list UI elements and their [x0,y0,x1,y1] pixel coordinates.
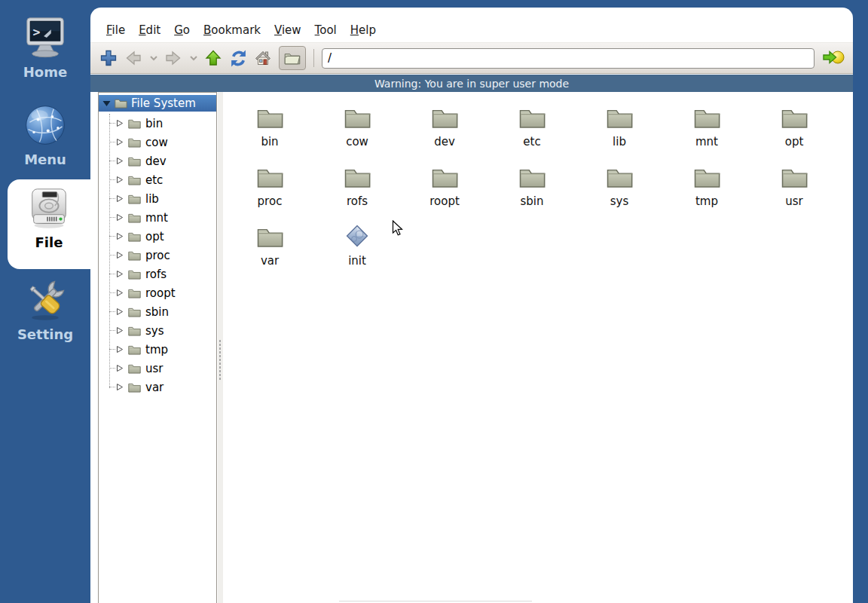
sidebar-item-label: Setting [17,326,73,342]
sidebar-item-setting[interactable]: Setting [0,277,90,342]
warning-text: Warning: You are in super user mode [374,78,569,90]
file-item-label: sys [610,194,629,208]
tree-item[interactable]: sys [99,321,216,340]
file-item[interactable]: cow [313,101,401,161]
expander-collapsed-icon[interactable] [116,364,124,372]
tree-item-file-system[interactable]: File System [99,95,216,112]
file-item[interactable]: bin [226,101,313,161]
expander-collapsed-icon[interactable] [116,176,124,184]
folder-icon [606,106,634,129]
tree-item[interactable]: mnt [99,208,216,227]
file-item[interactable]: usr [750,161,838,220]
expander-collapsed-icon[interactable] [116,194,124,203]
menu-view[interactable]: View [267,20,308,41]
expander-collapsed-icon[interactable] [116,232,124,240]
file-item-label: bin [261,135,278,148]
tree-item-label: opt [145,230,164,243]
file-item[interactable]: tmp [663,161,750,220]
file-item[interactable]: lib [576,101,663,161]
jump-to-button[interactable] [821,47,845,69]
expander-collapsed-icon[interactable] [116,213,124,222]
tree-item[interactable]: usr [99,359,216,378]
folder-icon [128,175,141,185]
refresh-button[interactable] [228,47,249,69]
side-pane-toggle-button[interactable] [279,46,306,70]
go-home-button[interactable] [252,47,274,69]
tree-item[interactable]: etc [99,170,216,189]
file-item[interactable]: var [226,220,313,280]
file-item[interactable]: roopt [401,161,488,220]
terminal-monitor-icon: > [21,15,69,60]
menu-bookmark[interactable]: Bookmark [197,20,267,41]
file-item[interactable]: rofs [313,161,401,220]
expander-expanded-icon[interactable] [102,100,111,107]
tree-item[interactable]: lib [99,189,216,208]
back-history-chevron-icon[interactable] [148,47,159,69]
file-item[interactable]: mnt [663,101,750,161]
tree-item[interactable]: var [99,378,216,396]
tree-item[interactable]: proc [99,246,216,265]
expander-collapsed-icon[interactable] [116,289,124,297]
expander-collapsed-icon[interactable] [116,345,124,354]
directory-tree-pane[interactable]: File System bin cow [98,92,217,603]
file-item[interactable]: opt [750,101,838,161]
expander-collapsed-icon[interactable] [116,326,124,335]
tree-item-label: lib [145,192,159,206]
tree-item-label: sys [145,324,164,338]
back-button[interactable] [123,47,144,69]
folder-icon [344,166,371,188]
expander-collapsed-icon[interactable] [116,138,124,146]
tree-item[interactable]: opt [99,227,216,246]
menu-file[interactable]: File [99,20,132,41]
file-item[interactable]: dev [401,101,488,161]
tree-item[interactable]: dev [99,152,216,170]
file-item-label: mnt [695,135,718,148]
folder-icon [128,269,141,280]
menu-tool[interactable]: Tool [308,20,344,41]
expander-collapsed-icon[interactable] [116,383,124,391]
bottom-edge-artifact [339,601,532,601]
file-item[interactable]: sbin [488,161,576,220]
file-item[interactable]: proc [226,161,313,220]
expander-collapsed-icon[interactable] [116,119,124,127]
expander-collapsed-icon[interactable] [116,251,124,259]
tree-item[interactable]: tmp [99,340,216,359]
file-item-label: rofs [347,194,368,208]
sidebar-item-menu[interactable]: Menu [0,103,90,167]
sidebar-item-label: File [35,234,63,250]
expander-collapsed-icon[interactable] [116,270,124,278]
splitter-grip-icon[interactable] [219,339,222,381]
new-tab-button[interactable] [98,47,119,69]
tree-item[interactable]: rofs [99,265,216,283]
menu-edit[interactable]: Edit [132,20,167,41]
tree-item[interactable]: bin [99,114,216,133]
file-item-label: init [348,254,366,268]
file-item[interactable]: sys [576,161,663,220]
forward-history-chevron-icon[interactable] [188,47,199,69]
folder-icon [128,382,141,393]
folder-icon [128,137,141,148]
tools-icon [21,277,69,323]
tree-item[interactable]: roopt [99,283,216,302]
sidebar-item-home[interactable]: > Home [0,15,90,80]
sidebar-item-label: Menu [24,152,66,167]
file-item[interactable]: init [313,220,401,280]
forward-button[interactable] [163,47,184,69]
path-input[interactable] [322,48,815,69]
folder-icon [128,194,141,204]
tree-item[interactable]: sbin [99,302,216,321]
pane-splitter[interactable] [218,92,223,603]
file-item[interactable]: etc [488,101,576,161]
expander-collapsed-icon[interactable] [116,157,124,165]
file-item-label: tmp [695,194,718,208]
hard-drive-icon [25,185,73,231]
tree-item[interactable]: cow [99,133,216,152]
menu-go[interactable]: Go [167,20,197,41]
expander-collapsed-icon[interactable] [116,308,124,316]
sidebar-item-file[interactable]: File [8,185,90,250]
go-up-button[interactable] [203,47,224,69]
menu-help[interactable]: Help [344,20,383,41]
folder-contents-view[interactable]: bin cow [223,92,853,603]
file-item-label: sbin [520,194,543,208]
file-item-label: lib [613,135,626,148]
